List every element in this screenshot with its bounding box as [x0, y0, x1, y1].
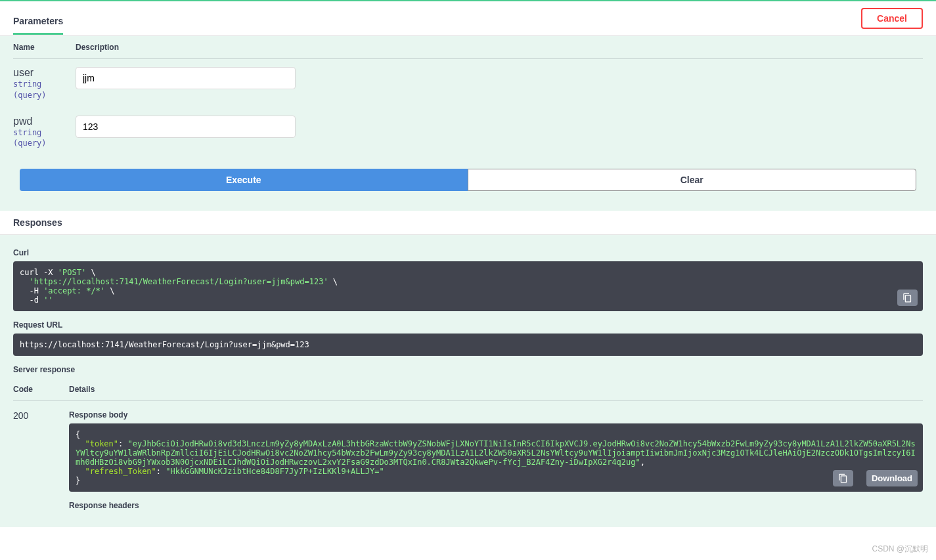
copy-curl-icon[interactable]: [897, 290, 918, 306]
column-description: Description: [76, 43, 923, 52]
request-url-label: Request URL: [13, 320, 923, 330]
curl-label: Curl: [13, 248, 923, 257]
param-row: pwd string (query): [13, 108, 923, 156]
copy-response-icon[interactable]: [833, 470, 853, 486]
response-headers-label: Response headers: [69, 501, 923, 510]
param-type: string: [13, 79, 76, 90]
clear-button[interactable]: Clear: [468, 169, 917, 191]
column-code: Code: [13, 385, 69, 394]
param-in: (query): [13, 138, 76, 149]
param-in: (query): [13, 90, 76, 101]
execute-button[interactable]: Execute: [20, 169, 468, 191]
param-name: pwd: [13, 116, 76, 127]
response-body-block: { "token": "eyJhbGciOiJodHRwOi8vd3d3Lncz…: [69, 423, 923, 492]
params-table-header: Name Description: [13, 36, 923, 59]
responses-header: Responses: [0, 211, 936, 235]
curl-block: curl -X 'POST' \ 'https://localhost:7141…: [13, 261, 923, 311]
tab-parameters[interactable]: Parameters: [13, 9, 63, 35]
column-details: Details: [69, 385, 923, 394]
response-code: 200: [13, 410, 69, 421]
param-name: user: [13, 67, 76, 79]
request-url-block: https://localhost:7141/WeatherForecast/L…: [13, 334, 923, 356]
cancel-button[interactable]: Cancel: [861, 8, 923, 29]
server-response-label: Server response: [13, 365, 923, 374]
response-table-header: Code Details: [13, 378, 923, 401]
download-button[interactable]: Download: [866, 470, 918, 486]
param-row: user string (query): [13, 59, 923, 108]
column-name: Name: [13, 43, 76, 52]
response-row: 200 Response body { "token": "eyJhbGciOi…: [13, 401, 923, 514]
tab-header: Parameters Cancel: [0, 1, 936, 36]
param-type: string: [13, 127, 76, 139]
response-body-label: Response body: [69, 410, 923, 420]
pwd-input[interactable]: [76, 116, 296, 138]
user-input[interactable]: [76, 67, 296, 89]
